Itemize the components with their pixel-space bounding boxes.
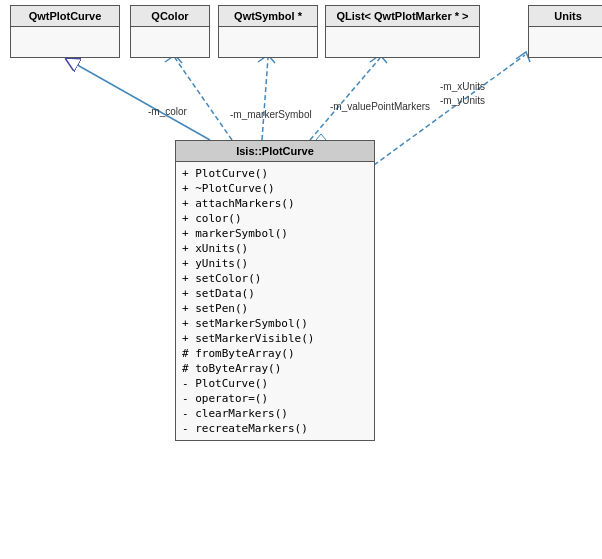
units-header: Units bbox=[529, 6, 602, 27]
units-name: Units bbox=[554, 10, 582, 22]
isis-plotcurve-class: Isis::PlotCurve + PlotCurve() + ~PlotCur… bbox=[175, 140, 375, 441]
isis-plotcurve-name: Isis::PlotCurve bbox=[236, 145, 314, 157]
isis-plotcurve-body: + PlotCurve() + ~PlotCurve() + attachMar… bbox=[176, 162, 374, 440]
uml-diagram: -m_color -m_markerSymbol -m_valuePointMa… bbox=[0, 0, 602, 559]
qcolor-class: QColor bbox=[130, 5, 210, 58]
m-y-units-label: -m_yUnits bbox=[440, 95, 485, 106]
units-body bbox=[529, 27, 602, 57]
method-setmarkersymbol: + setMarkerSymbol() bbox=[182, 316, 368, 331]
qlist-header: QList< QwtPlotMarker * > bbox=[326, 6, 479, 27]
qwtplotcurve-body bbox=[11, 27, 119, 57]
qlist-body bbox=[326, 27, 479, 57]
method-clearmarkers: - clearMarkers() bbox=[182, 406, 368, 421]
qwtsymbol-header: QwtSymbol * bbox=[219, 6, 317, 27]
qcolor-body bbox=[131, 27, 209, 57]
method-plotcurve-destructor: + ~PlotCurve() bbox=[182, 181, 368, 196]
method-color: + color() bbox=[182, 211, 368, 226]
qwtplotcurve-name: QwtPlotCurve bbox=[29, 10, 102, 22]
svg-line-7 bbox=[374, 55, 525, 165]
m-value-point-markers-label: -m_valuePointMarkers bbox=[330, 101, 430, 112]
svg-line-5 bbox=[262, 58, 268, 140]
qlist-name: QList< QwtPlotMarker * > bbox=[336, 10, 468, 22]
method-tobytearray: # toByteArray() bbox=[182, 361, 368, 376]
method-setcolor: + setColor() bbox=[182, 271, 368, 286]
method-attachmarkers: + attachMarkers() bbox=[182, 196, 368, 211]
units-class: Units bbox=[528, 5, 602, 58]
qwtplotcurve-class: QwtPlotCurve bbox=[10, 5, 120, 58]
method-xunits: + xUnits() bbox=[182, 241, 368, 256]
qwtplotcurve-header: QwtPlotCurve bbox=[11, 6, 119, 27]
method-recreatemarkers: - recreateMarkers() bbox=[182, 421, 368, 436]
qcolor-name: QColor bbox=[151, 10, 188, 22]
method-setpen: + setPen() bbox=[182, 301, 368, 316]
method-setdata: + setData() bbox=[182, 286, 368, 301]
svg-line-4 bbox=[175, 58, 232, 140]
m-marker-symbol-label: -m_markerSymbol bbox=[230, 109, 312, 120]
method-yunits: + yUnits() bbox=[182, 256, 368, 271]
method-operator-assign: - operator=() bbox=[182, 391, 368, 406]
svg-line-6 bbox=[310, 58, 380, 140]
method-markersymbol: + markerSymbol() bbox=[182, 226, 368, 241]
m-x-units-label: -m_xUnits bbox=[440, 81, 485, 92]
m-color-label: -m_color bbox=[148, 106, 188, 117]
qcolor-header: QColor bbox=[131, 6, 209, 27]
method-plotcurve-constructor: + PlotCurve() bbox=[182, 166, 368, 181]
method-setmarkervisible: + setMarkerVisible() bbox=[182, 331, 368, 346]
qwtsymbol-name: QwtSymbol * bbox=[234, 10, 302, 22]
qwtsymbol-class: QwtSymbol * bbox=[218, 5, 318, 58]
method-frombytearray: # fromByteArray() bbox=[182, 346, 368, 361]
svg-line-3 bbox=[65, 58, 210, 140]
method-plotcurve-private: - PlotCurve() bbox=[182, 376, 368, 391]
qwtsymbol-body bbox=[219, 27, 317, 57]
isis-plotcurve-header: Isis::PlotCurve bbox=[176, 141, 374, 162]
qlist-class: QList< QwtPlotMarker * > bbox=[325, 5, 480, 58]
